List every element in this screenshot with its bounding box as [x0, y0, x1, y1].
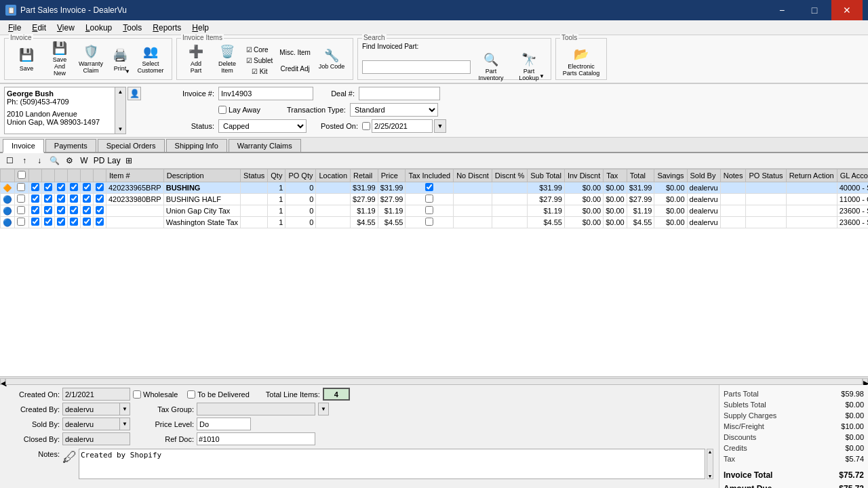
- delete-item-icon: 🗑️: [218, 43, 237, 60]
- minimize-button[interactable]: −: [766, 0, 797, 20]
- tab-shipping-info[interactable]: Shipping Info: [166, 139, 227, 152]
- deal-number-input[interactable]: [359, 87, 440, 100]
- horizontal-scrollbar[interactable]: [5, 378, 863, 385]
- find-invoiced-part-input[interactable]: [362, 60, 471, 74]
- table-w-button[interactable]: W: [77, 155, 91, 167]
- scrollbar-left-button[interactable]: ◀: [0, 378, 5, 385]
- table-down-button[interactable]: ↓: [33, 155, 46, 167]
- electronic-parts-catalog-icon: 📂: [572, 46, 591, 62]
- notes-scrollbar: ▲ ▼: [707, 449, 713, 479]
- created-on-input[interactable]: [62, 388, 130, 401]
- tax-group-input[interactable]: [197, 403, 315, 415]
- row-cb5: [68, 182, 81, 194]
- row-sold-by: dealervu: [687, 182, 720, 194]
- notes-scroll-up[interactable]: ▲: [707, 449, 713, 454]
- lookup-dropdown-icon: ▼: [539, 73, 545, 79]
- status-select[interactable]: Capped: [218, 119, 307, 133]
- col-price: Price: [378, 169, 406, 182]
- horizontal-scrollbar-area: ◀ ▶: [0, 377, 868, 385]
- notes-scroll-down[interactable]: ▼: [707, 474, 713, 479]
- customer-scroll-down[interactable]: ▼: [117, 125, 125, 134]
- add-part-button[interactable]: ➕ AddPart: [181, 41, 211, 77]
- electronic-parts-catalog-button[interactable]: 📂 ElectronicParts Catalog: [560, 44, 602, 79]
- row-item: 420233965BRP: [106, 182, 164, 194]
- search-group: Search Find Invoiced Part: 🔍 PartInvento…: [357, 38, 551, 80]
- save-and-new-button[interactable]: 💾 SaveAnd New: [45, 41, 74, 77]
- select-customer-button[interactable]: 👥 SelectCustomer: [134, 41, 167, 77]
- select-all-checkbox[interactable]: [18, 171, 26, 179]
- misc-item-button[interactable]: Misc. Item: [277, 48, 313, 57]
- sublet-button[interactable]: ☑ Sublet: [243, 56, 275, 65]
- window-title: Part Sales Invoice - DealerVu: [20, 5, 127, 15]
- scrollbar-right-button[interactable]: ▶: [863, 378, 868, 385]
- posted-on-input[interactable]: [372, 119, 433, 133]
- col-inv-discnt: Inv Discnt: [564, 169, 603, 182]
- to-be-delivered-checkbox[interactable]: [187, 390, 195, 399]
- tab-warranty-claims[interactable]: Warranty Claims: [229, 139, 301, 152]
- menu-file[interactable]: File: [3, 22, 26, 34]
- col-description: Description: [163, 169, 240, 182]
- menu-tools[interactable]: Tools: [117, 22, 147, 34]
- menu-edit[interactable]: Edit: [26, 22, 52, 34]
- menu-help[interactable]: Help: [186, 22, 214, 34]
- tab-invoice[interactable]: Invoice: [3, 139, 44, 153]
- price-level-input[interactable]: [197, 418, 251, 430]
- tab-payments[interactable]: Payments: [45, 139, 96, 152]
- table-filter-button[interactable]: 🔍: [47, 155, 61, 167]
- print-button[interactable]: 🖨️ Print ▼: [108, 41, 132, 77]
- customer-scroll-up[interactable]: ▲: [117, 87, 125, 96]
- save-button[interactable]: 💾 Save: [9, 41, 44, 77]
- part-inventory-button[interactable]: 🔍 PartInventory: [473, 53, 509, 81]
- menu-view[interactable]: View: [52, 22, 80, 34]
- sold-by-dropdown[interactable]: ▼: [119, 418, 130, 430]
- invoice-table-container: Item # Description Status Qty PO Qty Loc…: [0, 169, 868, 377]
- core-button[interactable]: ☑ Core: [243, 45, 275, 54]
- tab-special-orders[interactable]: Special Orders: [98, 139, 165, 152]
- table-extra-button[interactable]: ⊞: [122, 155, 136, 167]
- credit-adj-button[interactable]: Credit Adj: [277, 64, 313, 73]
- delete-item-button[interactable]: 🗑️ DeleteItem: [212, 41, 242, 77]
- table-add-row-button[interactable]: ☐: [3, 155, 16, 167]
- part-inventory-icon: 🔍: [481, 52, 500, 67]
- posted-on-checkbox[interactable]: [362, 122, 370, 130]
- row-price: $31.99: [378, 182, 406, 194]
- parts-total-label: Parts Total: [724, 390, 759, 398]
- table-settings-button[interactable]: ⚙: [62, 155, 76, 167]
- total-line-items-value: 4: [323, 388, 350, 401]
- job-code-label: Job Code: [319, 63, 345, 70]
- invoice-number-input[interactable]: [218, 87, 313, 100]
- kit-button[interactable]: ☑ Kit: [243, 67, 275, 76]
- posted-on-dropdown-button[interactable]: ▼: [434, 119, 446, 133]
- job-code-button[interactable]: 🔧 Job Code: [315, 41, 349, 77]
- customer-scroll: ▲ ▼: [115, 87, 125, 134]
- tax-group-dropdown[interactable]: ▼: [318, 403, 329, 415]
- table-row[interactable]: 🔵 Union Gap City Tax 1 0 $1.19 $1.19: [1, 205, 869, 217]
- amount-due-value: $75.72: [839, 484, 864, 488]
- created-by-dropdown[interactable]: ▼: [119, 403, 130, 415]
- closed-by-input[interactable]: [62, 432, 130, 445]
- col-cb2: [29, 169, 42, 182]
- table-row[interactable]: 🔵 420233980BRP BUSHING HALF 1 0 $27.99 $: [1, 194, 869, 205]
- lay-away-checkbox[interactable]: [218, 106, 226, 114]
- transaction-type-select[interactable]: Standard: [350, 103, 438, 117]
- notes-stamp-icon[interactable]: 🖊: [62, 449, 77, 466]
- row-description: Union Gap City Tax: [163, 205, 240, 217]
- save-icon: 💾: [17, 45, 36, 64]
- table-row[interactable]: 🔶 420233965BRP BUSHING 1 0 $31.99 $31.99: [1, 182, 869, 194]
- table-up-button[interactable]: ↑: [18, 155, 31, 167]
- table-row[interactable]: 🔵 Washington State Tax 1 0 $4.55 $4.55: [1, 217, 869, 228]
- maximize-button[interactable]: □: [799, 0, 830, 20]
- wholesale-checkbox[interactable]: [133, 390, 141, 399]
- table-lay-button[interactable]: Lay: [107, 155, 121, 167]
- ref-doc-input[interactable]: [197, 432, 315, 445]
- close-button[interactable]: ✕: [831, 0, 863, 20]
- customer-details-button[interactable]: 👤: [127, 87, 141, 100]
- menu-lookup[interactable]: Lookup: [80, 22, 117, 34]
- part-lookup-button[interactable]: 🔭 PartLookup ▼: [511, 53, 547, 81]
- warranty-claim-button[interactable]: 🛡️ WarrantyClaim: [75, 41, 106, 77]
- table-pd-button[interactable]: PD: [92, 155, 106, 167]
- notes-textarea[interactable]: Created by Shopify: [79, 449, 705, 479]
- menu-reports[interactable]: Reports: [147, 22, 186, 34]
- select-customer-label: SelectCustomer: [137, 61, 163, 75]
- title-bar-controls: − □ ✕: [766, 0, 863, 20]
